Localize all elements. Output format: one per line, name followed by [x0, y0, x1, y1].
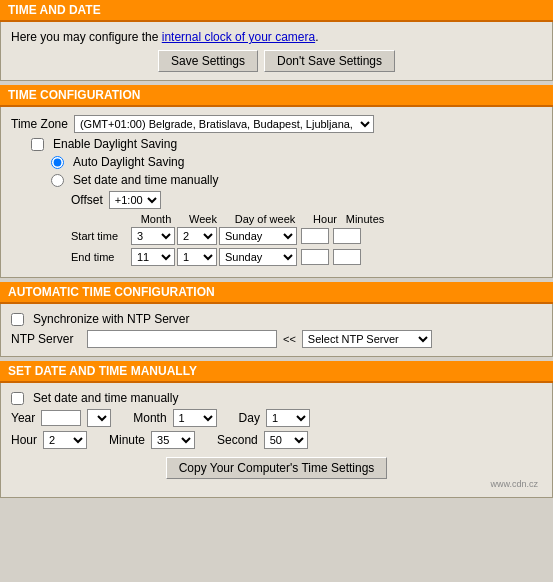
ntp-server-input[interactable] — [87, 330, 277, 348]
manual-time-body: Set date and time manually Year 1970 ▼ M… — [0, 383, 553, 498]
offset-label: Offset — [71, 193, 103, 207]
time-grid-headers: Month Week Day of week Hour Minutes — [11, 213, 542, 225]
ntp-server-label: NTP Server — [11, 332, 81, 346]
auto-daylight-label: Auto Daylight Saving — [73, 155, 184, 169]
timezone-select[interactable]: (GMT+01:00) Belgrade, Bratislava, Budape… — [74, 115, 374, 133]
minute-select[interactable]: 35 — [151, 431, 195, 449]
end-month-select[interactable]: 11 — [131, 248, 175, 266]
end-dow-select[interactable]: Sunday — [219, 248, 297, 266]
col-hour-header: Hour — [305, 213, 345, 225]
hour-label: Hour — [11, 433, 37, 447]
auto-daylight-radio[interactable] — [51, 156, 64, 169]
set-manual-radio[interactable] — [51, 174, 64, 187]
start-hour-input[interactable]: 2 — [301, 228, 329, 244]
start-week-select[interactable]: 2 — [177, 227, 217, 245]
start-min-input[interactable]: 00 — [333, 228, 361, 244]
save-settings-button[interactable]: Save Settings — [158, 50, 258, 72]
watermark-text: www.cdn.cz — [490, 479, 538, 489]
ntp-server-row: NTP Server << Select NTP Server — [11, 330, 542, 348]
end-week-select[interactable]: 1 — [177, 248, 217, 266]
start-time-label: Start time — [71, 230, 131, 242]
start-month-select[interactable]: 3 — [131, 227, 175, 245]
set-manual-check-label: Set date and time manually — [33, 391, 178, 405]
set-manual-row: Set date and time manually — [11, 173, 542, 187]
set-manual-checkbox[interactable] — [11, 392, 24, 405]
sync-ntp-checkbox[interactable] — [11, 313, 24, 326]
time-and-date-header: TIME AND DATE — [0, 0, 553, 22]
day-label: Day — [239, 411, 260, 425]
time-configuration-body: Time Zone (GMT+01:00) Belgrade, Bratisla… — [0, 107, 553, 278]
timezone-label: Time Zone — [11, 117, 68, 131]
enable-daylight-checkbox[interactable] — [31, 138, 44, 151]
time-configuration-header: TIME CONFIGURATION — [0, 85, 553, 107]
col-month-header: Month — [131, 213, 181, 225]
month-select[interactable]: 1 — [173, 409, 217, 427]
auto-time-body: Synchronize with NTP Server NTP Server <… — [0, 304, 553, 357]
time-and-date-section: TIME AND DATE Here you may configure the… — [0, 0, 553, 81]
time-description: Here you may configure the internal cloc… — [11, 30, 542, 44]
enable-daylight-label: Enable Daylight Saving — [53, 137, 177, 151]
copy-time-button[interactable]: Copy Your Computer's Time Settings — [166, 457, 388, 479]
auto-daylight-row: Auto Daylight Saving — [11, 155, 542, 169]
minute-label: Minute — [109, 433, 145, 447]
description-suffix: . — [315, 30, 318, 44]
ntp-arrow-label: << — [283, 333, 296, 345]
sync-ntp-row: Synchronize with NTP Server — [11, 312, 542, 326]
second-select[interactable]: 50 — [264, 431, 308, 449]
description-prefix: Here you may configure the — [11, 30, 162, 44]
sync-ntp-label: Synchronize with NTP Server — [33, 312, 190, 326]
year-label: Year — [11, 411, 35, 425]
ymd-row: Year 1970 ▼ Month 1 Day 1 — [11, 409, 542, 427]
start-time-row: Start time 3 2 Sunday 2 00 — [11, 227, 542, 245]
auto-time-section: AUTOMATIC TIME CONFIGURATION Synchronize… — [0, 282, 553, 357]
copy-button-row: Copy Your Computer's Time Settings — [11, 457, 542, 479]
col-min-header: Minutes — [345, 213, 385, 225]
end-time-row: End time 11 1 Sunday 2 00 — [11, 248, 542, 266]
manual-time-section: SET DATE AND TIME MANUALLY Set date and … — [0, 361, 553, 498]
timezone-row: Time Zone (GMT+01:00) Belgrade, Bratisla… — [11, 115, 542, 133]
manual-time-header: SET DATE AND TIME MANUALLY — [0, 361, 553, 383]
start-dow-select[interactable]: Sunday — [219, 227, 297, 245]
offset-select[interactable]: +1:00 — [109, 191, 161, 209]
col-week-header: Week — [181, 213, 225, 225]
auto-time-header: AUTOMATIC TIME CONFIGURATION — [0, 282, 553, 304]
set-manual-check-row: Set date and time manually — [11, 391, 542, 405]
col-dow-header: Day of week — [225, 213, 305, 225]
hms-row: Hour 2 Minute 35 Second 50 — [11, 431, 542, 449]
offset-row: Offset +1:00 — [11, 191, 542, 209]
time-and-date-body: Here you may configure the internal cloc… — [0, 22, 553, 81]
day-select[interactable]: 1 — [266, 409, 310, 427]
second-label: Second — [217, 433, 258, 447]
end-time-label: End time — [71, 251, 131, 263]
dont-save-settings-button[interactable]: Don't Save Settings — [264, 50, 395, 72]
time-configuration-section: TIME CONFIGURATION Time Zone (GMT+01:00)… — [0, 85, 553, 278]
year-input[interactable]: 1970 — [41, 410, 81, 426]
enable-daylight-row: Enable Daylight Saving — [11, 137, 542, 151]
watermark: www.cdn.cz — [11, 479, 542, 489]
hour-select[interactable]: 2 — [43, 431, 87, 449]
end-hour-input[interactable]: 2 — [301, 249, 329, 265]
top-buttons: Save Settings Don't Save Settings — [11, 50, 542, 72]
end-min-input[interactable]: 00 — [333, 249, 361, 265]
set-manual-label: Set date and time manually — [73, 173, 218, 187]
description-link[interactable]: internal clock of your camera — [162, 30, 315, 44]
ntp-server-select[interactable]: Select NTP Server — [302, 330, 432, 348]
year-select[interactable]: ▼ — [87, 409, 111, 427]
month-label: Month — [133, 411, 166, 425]
